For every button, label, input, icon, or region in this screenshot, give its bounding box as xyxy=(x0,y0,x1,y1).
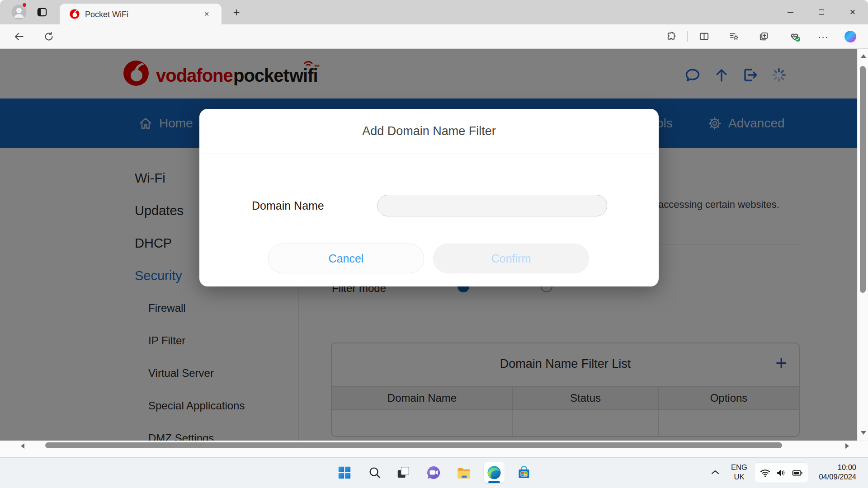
vodafone-favicon-icon xyxy=(70,9,80,19)
language-line1: ENG xyxy=(727,463,751,472)
maximize-icon xyxy=(819,9,824,15)
edge-active-indicator xyxy=(488,481,500,483)
copilot-icon[interactable] xyxy=(844,31,856,42)
windows-taskbar: ENG UK 10:00 04/09/2024 xyxy=(0,457,868,488)
minimize-icon xyxy=(788,12,793,13)
extensions-icon[interactable] xyxy=(666,31,676,42)
wifi-icon xyxy=(760,467,771,479)
horizontal-scroll-thumb[interactable] xyxy=(45,442,782,448)
tray-chevron-button[interactable] xyxy=(711,469,720,475)
task-view-button[interactable] xyxy=(393,462,414,483)
profile-avatar[interactable] xyxy=(11,4,27,20)
volume-icon xyxy=(775,467,787,479)
collections-icon[interactable] xyxy=(759,31,769,42)
teams-chat-icon xyxy=(426,465,441,480)
new-tab-button[interactable]: + xyxy=(230,5,243,19)
vertical-scroll-thumb[interactable] xyxy=(860,66,866,293)
scroll-left-arrow-icon[interactable] xyxy=(21,443,24,449)
settings-more-icon[interactable]: ··· xyxy=(816,31,830,42)
scroll-up-arrow-icon[interactable] xyxy=(861,54,866,58)
task-view-icon xyxy=(396,465,410,480)
back-icon[interactable] xyxy=(13,31,25,42)
clock-time: 10:00 xyxy=(819,463,856,472)
vertical-scrollbar[interactable] xyxy=(857,49,868,441)
modal-title: Add Domain Name Filter xyxy=(199,109,659,154)
file-explorer-button[interactable] xyxy=(453,462,474,483)
close-tab-icon[interactable]: × xyxy=(201,8,212,20)
file-explorer-icon xyxy=(456,465,472,480)
start-button[interactable] xyxy=(334,462,355,483)
browser-tab-strip: Pocket WiFi × + × xyxy=(0,0,868,24)
language-line2: UK xyxy=(727,472,751,482)
domain-name-input[interactable] xyxy=(377,195,607,216)
browser-toolbar: Not secure 192.168.8.1/#/urlfilter xyxy=(0,24,868,49)
toolbar-divider xyxy=(687,31,688,42)
favorites-hub-icon[interactable] xyxy=(729,31,739,42)
clock[interactable]: 10:00 04/09/2024 xyxy=(819,463,856,482)
maximize-button[interactable] xyxy=(811,0,832,24)
microsoft-store-icon xyxy=(516,465,532,480)
clock-date: 04/09/2024 xyxy=(819,472,856,482)
horizontal-scrollbar[interactable] xyxy=(0,441,868,450)
chevron-up-icon xyxy=(711,469,720,475)
window-bottom-strip xyxy=(0,450,868,457)
edge-browser-button[interactable] xyxy=(484,462,505,483)
essentials-status-dot-icon xyxy=(795,37,800,42)
refresh-icon[interactable] xyxy=(43,31,54,42)
scroll-right-arrow-icon[interactable] xyxy=(845,443,849,449)
chat-button[interactable] xyxy=(423,462,444,483)
domain-name-label: Domain Name xyxy=(252,199,324,212)
search-icon xyxy=(368,465,382,480)
cancel-button[interactable]: Cancel xyxy=(268,244,424,273)
close-window-button[interactable]: × xyxy=(842,0,863,24)
minimize-button[interactable] xyxy=(780,0,801,24)
screen: Pocket WiFi × + × Not secure 192.168.8.1… xyxy=(0,0,868,488)
search-button[interactable] xyxy=(364,462,385,483)
windows-start-icon xyxy=(337,465,352,480)
notification-dot-icon xyxy=(22,2,27,8)
microsoft-store-button[interactable] xyxy=(514,462,534,483)
tab-title: Pocket WiFi xyxy=(85,10,128,19)
split-screen-icon[interactable] xyxy=(699,31,709,42)
battery-icon xyxy=(791,467,803,479)
tab-actions-icon[interactable] xyxy=(36,6,48,18)
tab-pocket-wifi[interactable]: Pocket WiFi × xyxy=(60,4,222,24)
confirm-button[interactable]: Confirm xyxy=(433,244,589,273)
scroll-down-arrow-icon[interactable] xyxy=(861,431,866,435)
add-domain-filter-modal: Add Domain Name Filter Domain Name Cance… xyxy=(199,109,659,286)
browser-essentials-icon[interactable] xyxy=(789,31,800,42)
edge-browser-icon xyxy=(486,465,502,480)
system-tray-group[interactable] xyxy=(754,462,808,483)
language-indicator[interactable]: ENG UK xyxy=(727,463,751,482)
modal-title-divider xyxy=(199,154,659,154)
